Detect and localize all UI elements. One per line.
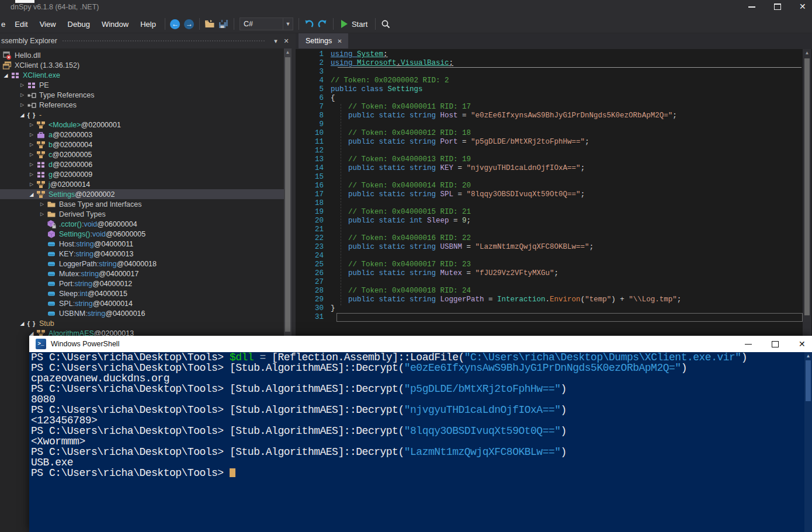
tree-row[interactable]: XClient (1.3.36.152) (0, 60, 284, 70)
tab-close-icon[interactable]: ✕ (337, 38, 342, 44)
powershell-titlebar[interactable]: >_ Windows PowerShell ✕ (29, 336, 812, 352)
code-line[interactable]: 26 public static string Mutex = "fJU29Vz… (296, 269, 812, 278)
code-line[interactable]: 20 public static int Sleep = 9; (296, 217, 812, 225)
tree-row[interactable]: ◢{ }Stub (0, 318, 284, 328)
expander-collapsed-icon[interactable]: ▷ (18, 82, 27, 88)
code-line[interactable]: 19 // Token: 0x04000015 RID: 21 (296, 208, 812, 217)
expander-expanded-icon[interactable]: ◢ (27, 331, 36, 336)
powershell-console[interactable]: ▲ PS C:\Users\richa\Desktop\Tools> $dll … (29, 352, 812, 532)
code-line[interactable]: 27 (296, 278, 812, 287)
tree-row[interactable]: ▷b @02000004 (0, 140, 284, 149)
tree-row[interactable]: ▷d @02000006 (0, 159, 284, 169)
menu-item-edit[interactable]: Edit (9, 15, 33, 33)
tree-row[interactable]: Hello.dll (0, 50, 284, 60)
tree-row[interactable]: ◢{ }- (0, 110, 284, 120)
code-line[interactable]: 21 (296, 225, 812, 234)
menu-item-help[interactable]: Help (134, 15, 162, 33)
code-line[interactable]: 29 public static string LoggerPath = Int… (296, 295, 812, 304)
code-line[interactable]: 17 public static string SPL = "8lqqy3OBS… (296, 190, 812, 199)
tree-row[interactable]: ▷References (0, 100, 284, 110)
tree-row[interactable]: USBNM : string @04000016 (0, 308, 284, 318)
tree-row[interactable]: SPL : string @04000014 (0, 298, 284, 308)
tree-row[interactable]: ◢Settings @02000002 (0, 189, 284, 199)
tree-row[interactable]: Port : string @04000012 (0, 279, 284, 288)
code-line[interactable]: 5public class Settings (296, 85, 812, 94)
code-line[interactable]: 1using System; (296, 50, 812, 59)
tree-row[interactable]: ▷c @02000005 (0, 149, 284, 159)
expander-collapsed-icon[interactable]: ▷ (27, 132, 36, 137)
panel-close-button[interactable]: ✕ (281, 37, 292, 45)
expander-expanded-icon[interactable]: ◢ (27, 192, 36, 197)
titlebar[interactable]: dnSpy v6.1.8 (64-bit, .NET) ✕ (0, 0, 812, 15)
navigate-forward-button[interactable]: → (182, 16, 196, 32)
tree-row[interactable]: Sleep : int @04000015 (0, 288, 284, 298)
code-line[interactable]: 22 // Token: 0x04000016 RID: 22 (296, 234, 812, 243)
code-line[interactable]: 25 // Token: 0x04000017 RID: 23 (296, 260, 812, 269)
code-line[interactable]: 8 public static string Host = "e0zEe6Ifx… (296, 112, 812, 120)
tree-row[interactable]: Settings() : void @06000005 (0, 229, 284, 239)
tree-row[interactable]: ▷PE (0, 80, 284, 90)
menu-item-view[interactable]: View (34, 15, 62, 33)
code-line[interactable]: 18 (296, 199, 812, 208)
tree-row[interactable]: ▷g @02000009 (0, 169, 284, 179)
menu-item-window[interactable]: Window (96, 15, 134, 33)
redo-button[interactable] (316, 16, 330, 32)
menu-item-debug[interactable]: Debug (62, 15, 96, 33)
tree-row[interactable]: ▷Type References (0, 90, 284, 100)
save-all-button[interactable] (217, 16, 231, 32)
code-line[interactable]: 30} (296, 304, 812, 313)
code-line[interactable]: 2using Microsoft.VisualBasic; (296, 59, 812, 68)
tree-row[interactable]: Host : string @04000011 (0, 239, 284, 249)
code-line[interactable]: 16 // Token: 0x04000014 RID: 20 (296, 182, 812, 190)
code-line[interactable]: 28 // Token: 0x04000018 RID: 24 (296, 287, 812, 295)
close-button[interactable]: ✕ (799, 2, 807, 11)
undo-button[interactable] (302, 16, 316, 32)
expander-collapsed-icon[interactable]: ▷ (27, 152, 36, 157)
tree-row[interactable]: ◢XClient.exe (0, 70, 284, 80)
expander-collapsed-icon[interactable]: ▷ (27, 182, 36, 187)
code-line[interactable]: 14 public static string KEY = "njvgyuTHD… (296, 164, 812, 173)
expander-collapsed-icon[interactable]: ▷ (37, 201, 47, 207)
scrollbar-thumb[interactable] (285, 57, 290, 332)
maximize-button[interactable] (773, 2, 782, 11)
expander-expanded-icon[interactable]: ◢ (18, 112, 27, 118)
tree-row[interactable]: ▷<Module> @02000001 (0, 120, 284, 130)
tree-row[interactable]: ▷j @02000014 (0, 179, 284, 189)
expander-collapsed-icon[interactable]: ▷ (27, 162, 36, 167)
minimize-button[interactable] (748, 2, 756, 11)
expander-collapsed-icon[interactable]: ▷ (27, 122, 36, 127)
ps-minimize-button[interactable] (745, 340, 752, 348)
navigate-back-button[interactable]: ← (168, 16, 182, 32)
language-select[interactable]: C# ▼ (240, 18, 293, 30)
search-button[interactable] (379, 16, 393, 32)
code-line[interactable]: 23 public static string USBNM = "LazmNt1… (296, 243, 812, 252)
tree-row[interactable]: LoggerPath : string @04000018 (0, 259, 284, 269)
assembly-explorer-header[interactable]: ssembly Explorer ▾ ✕ (0, 33, 292, 48)
ps-maximize-button[interactable] (772, 340, 779, 348)
code-line[interactable]: 11 public static string Port = "p5gDLDE/… (296, 138, 812, 147)
expander-expanded-icon[interactable]: ◢ (1, 72, 11, 78)
expander-collapsed-icon[interactable]: ▷ (18, 92, 27, 98)
code-line[interactable]: 24 (296, 252, 812, 260)
tree-row[interactable]: Mutex : string @04000017 (0, 269, 284, 279)
console-scrollbar[interactable]: ▲ (804, 352, 812, 532)
expander-collapsed-icon[interactable]: ▷ (18, 102, 27, 107)
code-line[interactable]: 7 // Token: 0x04000011 RID: 17 (296, 103, 812, 112)
tree-row[interactable]: ▷Base Type and Interfaces (0, 199, 284, 209)
code-line[interactable]: 4// Token: 0x02000002 RID: 2 (296, 77, 812, 85)
code-line[interactable]: 9 (296, 120, 812, 129)
start-button[interactable]: Start (336, 16, 372, 32)
ps-close-button[interactable]: ✕ (799, 340, 806, 348)
code-line[interactable]: 15 (296, 173, 812, 182)
menu-item-e[interactable]: e (0, 15, 9, 33)
tab-settings[interactable]: Settings ✕ (299, 33, 348, 48)
tree-row[interactable]: ▷a @02000003 (0, 130, 284, 140)
expander-collapsed-icon[interactable]: ▷ (37, 211, 47, 217)
code-line[interactable]: 10 // Token: 0x04000012 RID: 18 (296, 129, 812, 138)
code-line[interactable]: 13 // Token: 0x04000013 RID: 19 (296, 155, 812, 164)
expander-expanded-icon[interactable]: ◢ (18, 321, 27, 326)
code-line[interactable]: 12 (296, 147, 812, 155)
expander-collapsed-icon[interactable]: ▷ (27, 142, 36, 147)
scrollbar-thumb[interactable] (804, 58, 810, 315)
open-file-button[interactable] (203, 16, 217, 32)
